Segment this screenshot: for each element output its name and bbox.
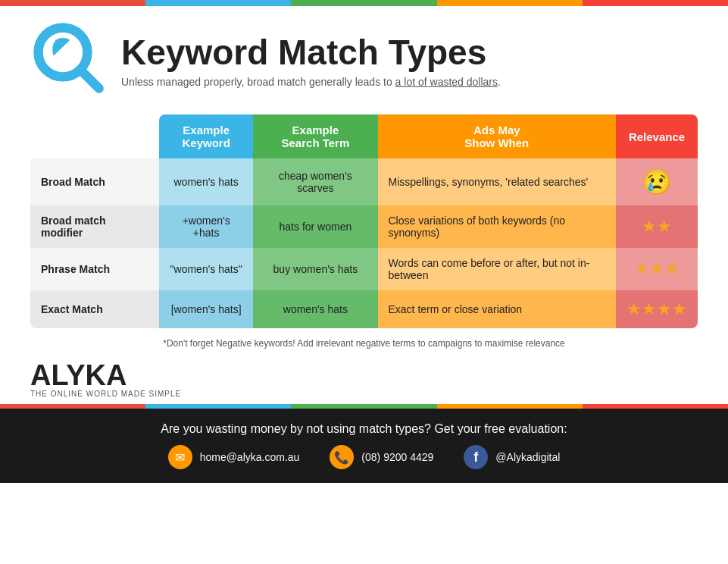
table-row: Phrase Match "women's hats" buy women's … [30, 248, 698, 290]
footer-contacts: ✉ home@alyka.com.au 📞 (08) 9200 4429 f @… [30, 445, 698, 469]
top-color-bar [0, 0, 728, 6]
email-icon: ✉ [168, 445, 192, 469]
footer-contact-phone: 📞 (08) 9200 4429 [330, 445, 433, 469]
footer: Are you wasting money by not using match… [0, 409, 728, 483]
email-value: home@alyka.com.au [200, 451, 300, 463]
top-bar-blue2 [218, 0, 291, 6]
td-show-exact: Exact term or close variation [378, 290, 616, 328]
bot-bar-blue2 [218, 404, 291, 409]
svg-line-1 [81, 70, 99, 89]
top-bar-green2 [364, 0, 436, 6]
row-label-broad: Broad Match [30, 158, 159, 205]
bot-bar-red [0, 404, 73, 409]
td-relevance-phrase: ★★★ [616, 248, 698, 290]
footer-contact-email: ✉ home@alyka.com.au [168, 445, 300, 469]
stars-2: ★★ [626, 217, 687, 237]
brand-area: ALYKA THE ONLINE WORLD MADE SIMPLE [0, 355, 728, 404]
top-bar-orange [437, 0, 510, 6]
col-header-show: Ads MayShow When [378, 114, 616, 158]
td-keyword-exact: [women's hats] [159, 290, 253, 328]
top-bar-red4 [655, 0, 728, 6]
table-row: Broad match modifier +women's +hats hats… [30, 205, 698, 248]
bot-bar-orange2 [510, 404, 583, 409]
td-keyword-broad: women's hats [159, 158, 253, 205]
match-types-table: ExampleKeyword ExampleSearch Term Ads Ma… [30, 114, 698, 328]
header-text: Keyword Match Types Unless managed prope… [121, 32, 501, 88]
footnote: *Don't forget Negative keywords! Add irr… [0, 332, 728, 355]
facebook-value: @Alykadigital [495, 451, 560, 463]
brand-name: ALYKA [30, 361, 181, 390]
row-label-exact: Exact Match [30, 290, 159, 328]
top-bar-green [291, 0, 364, 6]
phone-value: (08) 9200 4429 [361, 451, 433, 463]
bot-bar-red2 [73, 404, 145, 409]
brand-tagline: THE ONLINE WORLD MADE SIMPLE [30, 390, 181, 398]
table-container: ExampleKeyword ExampleSearch Term Ads Ma… [0, 107, 728, 332]
td-relevance-broad: 😢 [616, 158, 698, 205]
top-bar-red3 [583, 0, 655, 6]
bot-bar-orange [437, 404, 510, 409]
table-row: Broad Match women's hats cheap women's s… [30, 158, 698, 205]
bot-bar-blue [145, 404, 218, 409]
td-keyword-modifier: +women's +hats [159, 205, 253, 248]
td-relevance-modifier: ★★ [616, 205, 698, 248]
td-search-broad: cheap women's scarves [253, 158, 377, 205]
td-keyword-phrase: "women's hats" [159, 248, 253, 290]
phone-icon: 📞 [330, 445, 354, 469]
bot-bar-red3 [583, 404, 655, 409]
col-header-keyword: ExampleKeyword [159, 114, 253, 158]
top-bar-blue [145, 0, 218, 6]
stars-4: ★★★★ [626, 299, 687, 319]
header: Keyword Match Types Unless managed prope… [0, 6, 728, 107]
bot-bar-green2 [364, 404, 436, 409]
table-header-row: ExampleKeyword ExampleSearch Term Ads Ma… [30, 114, 698, 158]
col-header-relevance: Relevance [616, 114, 698, 158]
top-bar-red [0, 0, 73, 6]
col-header-search: ExampleSearch Term [253, 114, 377, 158]
sad-emoji: 😢 [626, 168, 687, 196]
td-relevance-exact: ★★★★ [616, 290, 698, 328]
bottom-color-bar [0, 404, 728, 409]
td-search-phrase: buy women's hats [253, 248, 377, 290]
page-title: Keyword Match Types [121, 32, 501, 73]
td-search-modifier: hats for women [253, 205, 377, 248]
table-row: Exact Match [women's hats] women's hats … [30, 290, 698, 328]
row-label-modifier: Broad match modifier [30, 205, 159, 248]
row-label-phrase: Phrase Match [30, 248, 159, 290]
bot-bar-red4 [655, 404, 728, 409]
brand-logo: ALYKA THE ONLINE WORLD MADE SIMPLE [30, 361, 181, 398]
top-bar-orange2 [510, 0, 583, 6]
td-show-broad: Misspellings, synonyms, 'related searche… [378, 158, 616, 205]
facebook-icon: f [464, 445, 488, 469]
header-subtitle: Unless managed properly, broad match gen… [121, 76, 501, 88]
td-search-exact: women's hats [253, 290, 377, 328]
search-icon [30, 20, 110, 99]
bot-bar-green [291, 404, 364, 409]
stars-3: ★★★ [626, 259, 687, 279]
footer-contact-facebook: f @Alykadigital [464, 445, 560, 469]
td-show-modifier: Close variations of both keywords (no sy… [378, 205, 616, 248]
td-show-phrase: Words can come before or after, but not … [378, 248, 616, 290]
footer-headline: Are you wasting money by not using match… [30, 422, 698, 436]
top-bar-red2 [73, 0, 145, 6]
